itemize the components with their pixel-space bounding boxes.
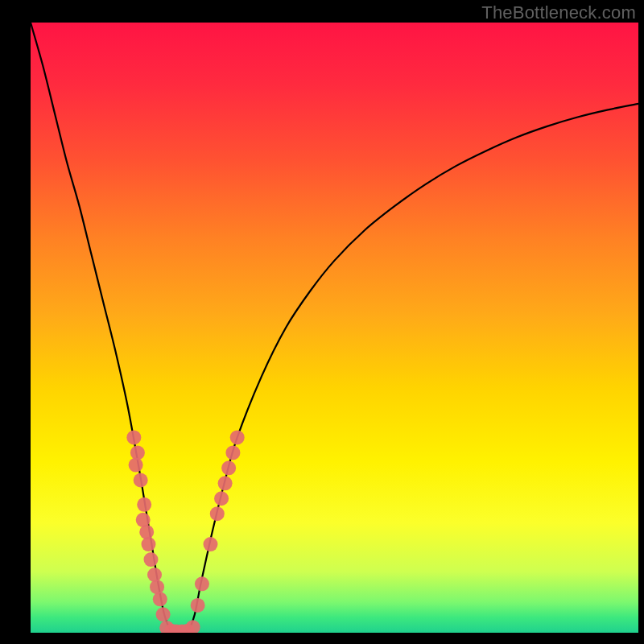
data-point (156, 607, 171, 621)
data-point (129, 458, 143, 473)
data-point (225, 445, 240, 460)
data-point (153, 592, 167, 606)
data-point (126, 430, 141, 444)
data-point (143, 552, 158, 567)
data-point (134, 473, 148, 488)
data-point (136, 513, 151, 527)
data-point (137, 497, 151, 512)
data-point (147, 568, 162, 582)
data-point (191, 598, 205, 613)
data-point (210, 506, 225, 521)
data-point (218, 476, 233, 490)
data-point (214, 491, 229, 506)
data-point (221, 460, 236, 475)
data-point (141, 537, 155, 551)
chart-frame: TheBottleneck.com (0, 0, 644, 644)
data-point (130, 445, 145, 460)
data-point (150, 580, 164, 594)
gradient-background (31, 23, 638, 633)
plot-area (31, 23, 638, 633)
chart-svg (31, 23, 638, 633)
data-point (195, 576, 209, 591)
data-point (139, 525, 154, 539)
data-point (203, 537, 217, 551)
data-point (230, 430, 245, 444)
watermark-text: TheBottleneck.com (481, 2, 636, 23)
